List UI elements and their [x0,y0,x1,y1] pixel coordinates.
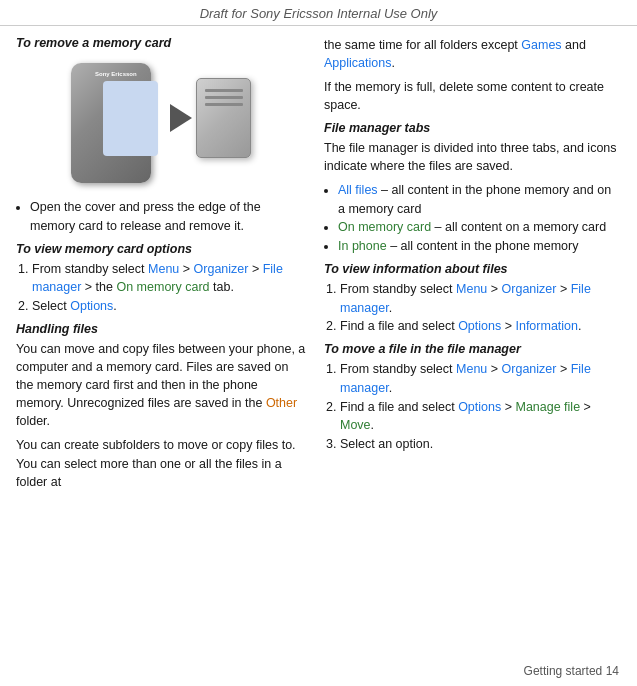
view-step-2-text: Select Options. [32,299,117,313]
move-step-2-text: Find a file and select Options > Manage … [340,400,591,433]
view-step-1-text: From standby select Menu > Organizer > F… [32,262,283,295]
continued-text: the same time for all folders except Gam… [324,36,621,72]
games-link[interactable]: Games [521,38,561,52]
manage-file-link[interactable]: Manage file [515,400,580,414]
brand-label: Sony Ericsson [95,71,137,77]
information-link[interactable]: Information [515,319,578,333]
info-step-1: From standby select Menu > Organizer > F… [340,280,621,318]
footer-area: Getting started 14 [524,664,619,678]
on-memory-card-link[interactable]: On memory card [116,280,209,294]
arrow-right-shape [170,104,192,132]
view-step-1: From standby select Menu > Organizer > F… [32,260,306,298]
menu-link-1[interactable]: Menu [148,262,179,276]
handling-text-1: You can move and copy files between your… [16,340,306,431]
menu-link-3[interactable]: Menu [456,362,487,376]
bullet-on-memory-card: On memory card – all content on a memory… [338,218,621,237]
move-step-3: Select an option. [340,435,621,454]
move-step-1: From standby select Menu > Organizer > F… [340,360,621,398]
info-step-2-text: Find a file and select Options > Informa… [340,319,581,333]
options-link-3[interactable]: Options [458,400,501,414]
card-line-2 [205,96,243,99]
handling-files-title: Handling files [16,322,306,336]
organizer-link-1[interactable]: Organizer [194,262,249,276]
move-step-3-text: Select an option. [340,437,433,451]
header-title: Draft for Sony Ericsson Internal Use Onl… [0,0,637,26]
phone-illustration: Sony Ericsson [51,58,271,188]
page-number: 14 [606,664,619,678]
move-step-1-text: From standby select Menu > Organizer > F… [340,362,591,395]
move-link[interactable]: Move [340,418,371,432]
on-memory-card-bullet-link[interactable]: On memory card [338,220,431,234]
phone-screen [103,81,158,156]
info-step-2: Find a file and select Options > Informa… [340,317,621,336]
right-column: the same time for all folders except Gam… [324,36,621,497]
all-files-link[interactable]: All files [338,183,378,197]
phone-body: Sony Ericsson [71,63,151,183]
footer-text: Getting started [524,664,603,678]
move-step-2: Find a file and select Options > Manage … [340,398,621,436]
applications-link[interactable]: Applications [324,56,391,70]
fm-tabs-title: File manager tabs [324,121,621,135]
options-link-1[interactable]: Options [70,299,113,313]
section-remove-title: To remove a memory card [16,36,306,50]
card-lines [205,89,243,110]
organizer-link-2[interactable]: Organizer [502,282,557,296]
handling-text-2: You can create subfolders to move or cop… [16,436,306,490]
view-options-steps: From standby select Menu > Organizer > F… [32,260,306,316]
header-bar: Draft for Sony Ericsson Internal Use Onl… [0,0,637,26]
from-standby-text: From standby select [32,262,148,276]
move-file-steps: From standby select Menu > Organizer > F… [340,360,621,454]
other-link[interactable]: Other [266,396,297,410]
remove-step-1: Open the cover and press the edge of the… [30,198,306,236]
bullet-in-phone: In phone – all content in the phone memo… [338,237,621,256]
memory-card [196,78,251,158]
info-step-1-text: From standby select Menu > Organizer > F… [340,282,591,315]
remove-steps: Open the cover and press the edge of the… [30,198,306,236]
memory-full-text: If the memory is full, delete some conte… [324,78,621,114]
phone-image-area: Sony Ericsson [16,58,306,188]
bullet-all-files: All files – all content in the phone mem… [338,181,621,219]
view-info-steps: From standby select Menu > Organizer > F… [340,280,621,336]
move-file-title: To move a file in the file manager [324,342,621,356]
left-column: To remove a memory card Sony Ericsson [16,36,306,497]
view-info-title: To view information about files [324,262,621,276]
organizer-link-3[interactable]: Organizer [502,362,557,376]
view-options-title: To view memory card options [16,242,306,256]
card-line-1 [205,89,243,92]
card-line-3 [205,103,243,106]
in-phone-link[interactable]: In phone [338,239,387,253]
view-step-2: Select Options. [32,297,306,316]
remove-step-1-text: Open the cover and press the edge of the… [30,200,261,233]
fm-bullets: All files – all content in the phone mem… [338,181,621,256]
options-link-2[interactable]: Options [458,319,501,333]
fm-tabs-text: The file manager is divided into three t… [324,139,621,175]
menu-link-2[interactable]: Menu [456,282,487,296]
